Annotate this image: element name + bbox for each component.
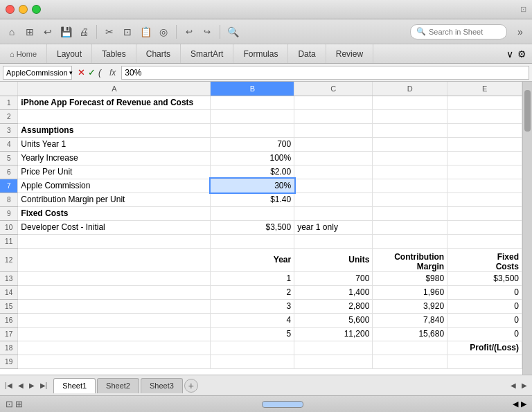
cell-C17[interactable]: 11,200 bbox=[294, 327, 373, 341]
cell-C6[interactable] bbox=[294, 165, 373, 179]
cell-E10[interactable] bbox=[447, 220, 522, 234]
cell-A12[interactable] bbox=[18, 248, 211, 271]
toolbar-paintbrush-icon[interactable]: ◎ bbox=[156, 24, 171, 39]
cell-E11[interactable] bbox=[447, 234, 522, 248]
cell-C2[interactable] bbox=[294, 109, 373, 123]
cell-C11[interactable] bbox=[294, 234, 373, 248]
toolbar-undo-icon[interactable]: ↩ bbox=[40, 24, 55, 39]
status-scroll-right-icon[interactable]: ▶ bbox=[521, 400, 526, 409]
cell-A8[interactable]: Contribution Margin per Unit bbox=[18, 192, 211, 206]
cell-C1[interactable] bbox=[294, 96, 373, 109]
cell-E7[interactable] bbox=[447, 179, 522, 192]
cell-E12[interactable]: FixedCosts bbox=[447, 248, 522, 271]
cell-A13[interactable] bbox=[18, 271, 211, 285]
cell-A7[interactable]: Apple Commission bbox=[18, 179, 211, 192]
cell-B14[interactable]: 2 bbox=[211, 285, 294, 299]
toolbar-home-icon[interactable]: ⌂ bbox=[4, 24, 19, 39]
toolbar-cut-icon[interactable]: ✂ bbox=[102, 24, 117, 39]
cell-A6[interactable]: Price Per Unit bbox=[18, 165, 211, 179]
toolbar-print-icon[interactable]: 🖨 bbox=[76, 24, 91, 39]
formula-input[interactable] bbox=[121, 66, 529, 80]
cell-C4[interactable] bbox=[294, 137, 373, 151]
cell-E3[interactable] bbox=[447, 123, 522, 137]
cell-D10[interactable] bbox=[373, 220, 447, 234]
col-header-d[interactable]: D bbox=[373, 82, 447, 96]
cell-B10[interactable]: $3,500 bbox=[211, 220, 294, 234]
cell-E15[interactable]: 0 bbox=[447, 299, 522, 313]
cell-B1[interactable] bbox=[211, 96, 294, 109]
toolbar-paste-icon[interactable]: 📋 bbox=[138, 24, 153, 39]
cell-E4[interactable] bbox=[447, 137, 522, 151]
cell-B7[interactable]: 30% bbox=[211, 179, 294, 192]
cell-D6[interactable] bbox=[373, 165, 447, 179]
cell-B19[interactable] bbox=[211, 355, 294, 368]
cell-B5[interactable]: 100% bbox=[211, 151, 294, 165]
sheet-nav-next[interactable]: ▶ bbox=[27, 380, 37, 391]
scroll-indicator[interactable] bbox=[262, 401, 303, 408]
cell-E2[interactable] bbox=[447, 109, 522, 123]
close-button[interactable] bbox=[6, 5, 15, 14]
col-header-c[interactable]: C bbox=[294, 82, 373, 96]
cell-C12[interactable]: Units bbox=[294, 248, 373, 271]
cell-D17[interactable]: 15,680 bbox=[373, 327, 447, 341]
search-box[interactable]: 🔍 bbox=[410, 24, 507, 39]
cell-E8[interactable] bbox=[447, 192, 522, 206]
cell-A16[interactable] bbox=[18, 313, 211, 327]
cell-C16[interactable]: 5,600 bbox=[294, 313, 373, 327]
tab-tables[interactable]: Tables bbox=[92, 44, 136, 63]
cell-E18[interactable]: Profit/(Loss) bbox=[447, 341, 522, 355]
tab-layout[interactable]: Layout bbox=[47, 44, 92, 63]
cell-E14[interactable]: 0 bbox=[447, 285, 522, 299]
cell-E5[interactable] bbox=[447, 151, 522, 165]
cell-D1[interactable] bbox=[373, 96, 447, 109]
name-box[interactable]: AppleCommission ▾ bbox=[3, 66, 72, 80]
cell-E1[interactable] bbox=[447, 96, 522, 109]
cell-A15[interactable] bbox=[18, 299, 211, 313]
tab-data[interactable]: Data bbox=[288, 44, 326, 63]
cell-D13[interactable]: $980 bbox=[373, 271, 447, 285]
sheet-tab-3[interactable]: Sheet3 bbox=[141, 378, 183, 393]
col-header-a[interactable]: A bbox=[18, 82, 211, 96]
cell-E17[interactable]: 0 bbox=[447, 327, 522, 341]
col-header-b[interactable]: B bbox=[211, 82, 294, 96]
cell-C9[interactable] bbox=[294, 206, 373, 220]
toolbar-more-icon[interactable]: » bbox=[513, 24, 528, 39]
cell-D5[interactable] bbox=[373, 151, 447, 165]
cell-B17[interactable]: 5 bbox=[211, 327, 294, 341]
minimize-button[interactable] bbox=[19, 5, 28, 14]
toolbar-redo-icon[interactable]: ↪ bbox=[200, 24, 215, 39]
cell-C13[interactable]: 700 bbox=[294, 271, 373, 285]
cell-D12[interactable]: ContributionMargin bbox=[373, 248, 447, 271]
name-box-arrow-icon[interactable]: ▾ bbox=[69, 69, 73, 76]
cell-E6[interactable] bbox=[447, 165, 522, 179]
layout-view-button[interactable]: ⊞ bbox=[15, 399, 23, 409]
sheet-tab-1[interactable]: Sheet1 bbox=[53, 378, 96, 393]
cell-D2[interactable] bbox=[373, 109, 447, 123]
cell-E16[interactable]: 0 bbox=[447, 313, 522, 327]
sheet-tab-2[interactable]: Sheet2 bbox=[97, 378, 139, 393]
normal-view-button[interactable]: ⊡ bbox=[6, 399, 13, 409]
cell-B3[interactable] bbox=[211, 123, 294, 137]
sheet-nav-last[interactable]: ▶| bbox=[38, 380, 50, 391]
cell-D4[interactable] bbox=[373, 137, 447, 151]
cell-B18[interactable] bbox=[211, 341, 294, 355]
formula-function-icon[interactable]: ( bbox=[98, 68, 101, 78]
cell-D15[interactable]: 3,920 bbox=[373, 299, 447, 313]
cell-A19[interactable] bbox=[18, 355, 211, 368]
cell-D3[interactable] bbox=[373, 123, 447, 137]
ribbon-chevron-icon[interactable]: ∨ bbox=[506, 48, 513, 60]
cell-C3[interactable] bbox=[294, 123, 373, 137]
tab-formulas[interactable]: Formulas bbox=[233, 44, 288, 63]
add-sheet-button[interactable]: + bbox=[184, 379, 198, 393]
tab-review[interactable]: Review bbox=[326, 44, 373, 63]
cell-C8[interactable] bbox=[294, 192, 373, 206]
status-scroll-left-icon[interactable]: ◀ bbox=[513, 400, 518, 409]
cell-A3[interactable]: Assumptions bbox=[18, 123, 211, 137]
maximize-button[interactable] bbox=[32, 5, 41, 14]
cell-A11[interactable] bbox=[18, 234, 211, 248]
search-input[interactable] bbox=[429, 28, 501, 36]
cell-B9[interactable] bbox=[211, 206, 294, 220]
resize-icon[interactable]: ⊡ bbox=[520, 5, 526, 14]
scrollbar-thumb[interactable] bbox=[524, 90, 531, 132]
cell-E19[interactable] bbox=[447, 355, 522, 368]
